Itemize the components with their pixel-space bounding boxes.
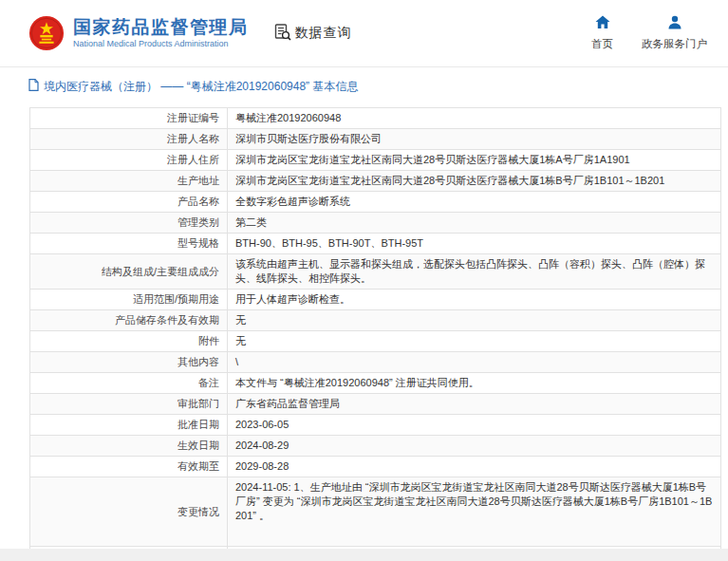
row-value: 用于人体超声诊断检查。 [228, 290, 721, 310]
home-icon [595, 15, 610, 33]
device-info-table: 注册证编号粤械注准20192060948注册人名称深圳市贝斯达医疗股份有限公司注… [29, 107, 721, 561]
row-value: 广东省药品监督管理局 [228, 394, 721, 415]
data-query-button[interactable]: 数据查询 [273, 23, 352, 45]
nav-label-home: 首页 [591, 37, 613, 51]
document-icon [28, 78, 39, 95]
table-row: 注册人住所深圳市龙岗区宝龙街道宝龙社区南同大道28号贝斯达医疗器械大厦1栋A号厂… [30, 150, 721, 171]
table-row: 生效日期2024-08-29 [30, 436, 721, 457]
table-row: 型号规格BTH-90、BTH-95、BTH-90T、BTH-95T [30, 234, 721, 254]
row-value: 无 [228, 310, 721, 331]
row-value: 深圳市贝斯达医疗股份有限公司 [228, 129, 721, 150]
table-row: 生产地址深圳市龙岗区宝龙街道宝龙社区南同大道28号贝斯达医疗器械大厦1栋B号厂房… [30, 171, 721, 192]
table-row: 产品储存条件及有效期无 [30, 310, 721, 331]
site-subtitle: National Medical Products Administration [73, 39, 249, 49]
row-label: 批准日期 [30, 415, 228, 436]
row-label: 附件 [30, 331, 228, 352]
document-search-icon [273, 23, 291, 45]
row-value: 2029-08-28 [228, 457, 721, 477]
page-title: 境内医疗器械（注册） —— “粤械注准20192060948” 基本信息 [44, 79, 358, 95]
data-query-label: 数据查询 [295, 25, 352, 42]
user-icon [667, 15, 682, 33]
table-row: 审批部门广东省药品监督管理局 [30, 394, 721, 415]
row-label: 管理类别 [30, 213, 228, 234]
row-value: 第二类 [228, 213, 721, 234]
row-label: 产品名称 [30, 192, 228, 213]
nav-item-home[interactable]: 首页 [591, 15, 613, 51]
table-row: 注册人名称深圳市贝斯达医疗股份有限公司 [30, 129, 721, 150]
table-row: 结构及组成/主要组成成分该系统由超声主机、显示器和探头组成，选配探头包括凸阵探头… [30, 254, 721, 290]
table-row: 变更情况2024-11-05: 1、生产地址由 “深圳市龙岗区宝龙街道宝龙社区南… [30, 477, 721, 547]
brand-text: 国家药品监督管理局 National Medical Products Admi… [73, 17, 249, 49]
row-label: 审批部门 [30, 394, 228, 415]
page-header: 国家药品监督管理局 National Medical Products Admi… [0, 0, 728, 66]
row-label: 注册人名称 [30, 129, 228, 150]
site-title: 国家药品监督管理局 [73, 17, 249, 38]
table-row: 批准日期2023-06-05 [30, 415, 721, 436]
row-value: 本文件与 “粤械注准20192060948” 注册证共同使用。 [228, 373, 721, 394]
table-row: 其他内容\ [30, 352, 721, 373]
table-row: 注册证编号粤械注准20192060948 [30, 108, 721, 129]
footer-band [0, 549, 728, 561]
row-value: 2023-06-05 [228, 415, 721, 436]
row-label: 型号规格 [30, 234, 228, 254]
row-label: 其他内容 [30, 352, 228, 373]
row-value: 2024-11-05: 1、生产地址由 “深圳市龙岗区宝龙街道宝龙社区南同大道2… [228, 477, 721, 547]
table-row: 备注本文件与 “粤械注准20192060948” 注册证共同使用。 [30, 373, 721, 394]
row-value: 深圳市龙岗区宝龙街道宝龙社区南同大道28号贝斯达医疗器械大厦1栋A号厂房1A19… [228, 150, 721, 171]
device-info-section: 注册证编号粤械注准20192060948注册人名称深圳市贝斯达医疗股份有限公司注… [29, 107, 721, 561]
row-label: 有效期至 [30, 457, 228, 477]
row-value: 深圳市龙岗区宝龙街道宝龙社区南同大道28号贝斯达医疗器械大厦1栋B号厂房1B10… [228, 171, 721, 192]
table-row: 有效期至2029-08-28 [30, 457, 721, 477]
row-value: BTH-90、BTH-95、BTH-90T、BTH-95T [228, 234, 721, 254]
row-label: 变更情况 [30, 477, 228, 547]
row-label: 结构及组成/主要组成成分 [30, 254, 228, 290]
table-row: 管理类别第二类 [30, 213, 721, 234]
brand: 国家药品监督管理局 National Medical Products Admi… [28, 15, 249, 51]
row-value: 粤械注准20192060948 [228, 108, 721, 129]
breadcrumb: 境内医疗器械（注册） —— “粤械注准20192060948” 基本信息 [0, 66, 728, 103]
header-nav: 首页 政务服务门户 [591, 15, 711, 51]
nav-label-gov-portal: 政务服务门户 [642, 37, 707, 51]
row-label: 注册证编号 [30, 108, 228, 129]
row-label: 生效日期 [30, 436, 228, 457]
row-label: 备注 [30, 373, 228, 394]
row-label: 注册人住所 [30, 150, 228, 171]
row-value: \ [228, 352, 721, 373]
row-value: 2024-08-29 [228, 436, 721, 457]
table-row: 附件无 [30, 331, 721, 352]
national-emblem-icon [28, 15, 65, 51]
row-value: 全数字彩色超声诊断系统 [228, 192, 721, 213]
row-label: 产品储存条件及有效期 [30, 310, 228, 331]
row-value: 该系统由超声主机、显示器和探头组成，选配探头包括凸阵探头、凸阵（容积）探头、凸阵… [228, 254, 721, 290]
row-value: 无 [228, 331, 721, 352]
nav-item-gov-portal[interactable]: 政务服务门户 [642, 15, 707, 51]
row-label: 生产地址 [30, 171, 228, 192]
table-row: 产品名称全数字彩色超声诊断系统 [30, 192, 721, 213]
row-label: 适用范围/预期用途 [30, 290, 228, 310]
table-row: 适用范围/预期用途用于人体超声诊断检查。 [30, 290, 721, 310]
